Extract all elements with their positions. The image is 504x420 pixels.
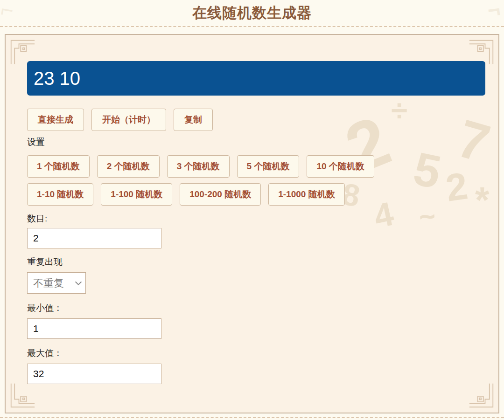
preset-range-100-200-button[interactable]: 100-200 随机数 (180, 183, 261, 206)
count-input[interactable] (27, 228, 161, 248)
corner-ornament-bottom-right (469, 383, 495, 409)
header-ornament-right: ¬ (486, 0, 502, 23)
generate-button[interactable]: 直接生成 (27, 109, 84, 131)
page: ⌐ 在线随机数生成器 ¬ 2 (0, 0, 504, 420)
corner-ornament-bottom-left (9, 383, 35, 409)
preset-5-count-button[interactable]: 5 个随机数 (237, 155, 300, 178)
range-preset-row: 1-10 随机数 1-100 随机数 100-200 随机数 1-1000 随机… (27, 183, 485, 206)
header-ornament-left: ⌐ (0, 0, 15, 23)
repeat-select-wrap: 不重复 (27, 272, 86, 294)
preset-range-1-1000-button[interactable]: 1-1000 随机数 (268, 183, 344, 206)
generator-panel: 23 10 直接生成 开始（计时） 复制 设置 1 个随机数 2 个随机数 3 … (27, 61, 485, 384)
page-title: 在线随机数生成器 (192, 3, 312, 23)
min-value-input[interactable] (27, 318, 161, 339)
content-frame: 2 5 7 2 ÷ * 8 4 ~ 23 10 直接生成 开始（计时） 复制 设… (5, 34, 499, 413)
settings-heading: 设置 (27, 136, 485, 149)
repeat-field-label: 重复出现 (27, 255, 485, 269)
start-timed-button[interactable]: 开始（计时） (91, 109, 166, 131)
max-field-label: 最大值： (27, 347, 485, 360)
min-field-label: 最小值： (27, 302, 485, 315)
result-value: 23 10 (34, 68, 80, 89)
page-header: ⌐ 在线随机数生成器 ¬ (0, 0, 504, 27)
result-banner: 23 10 (27, 61, 485, 96)
copy-button[interactable]: 复制 (174, 109, 213, 131)
max-value-input[interactable] (27, 364, 161, 384)
preset-range-1-10-button[interactable]: 1-10 随机数 (27, 183, 93, 206)
actions-row: 直接生成 开始（计时） 复制 (27, 109, 485, 131)
count-preset-row: 1 个随机数 2 个随机数 3 个随机数 5 个随机数 10 个随机数 (27, 155, 485, 178)
preset-2-count-button[interactable]: 2 个随机数 (97, 155, 160, 178)
preset-10-count-button[interactable]: 10 个随机数 (307, 155, 374, 178)
preset-1-count-button[interactable]: 1 个随机数 (27, 155, 90, 178)
preset-range-1-100-button[interactable]: 1-100 随机数 (101, 183, 172, 206)
repeat-select[interactable]: 不重复 (27, 272, 86, 294)
count-field-label: 数目: (27, 212, 485, 225)
preset-3-count-button[interactable]: 3 个随机数 (167, 155, 230, 178)
bottom-divider (0, 417, 504, 418)
